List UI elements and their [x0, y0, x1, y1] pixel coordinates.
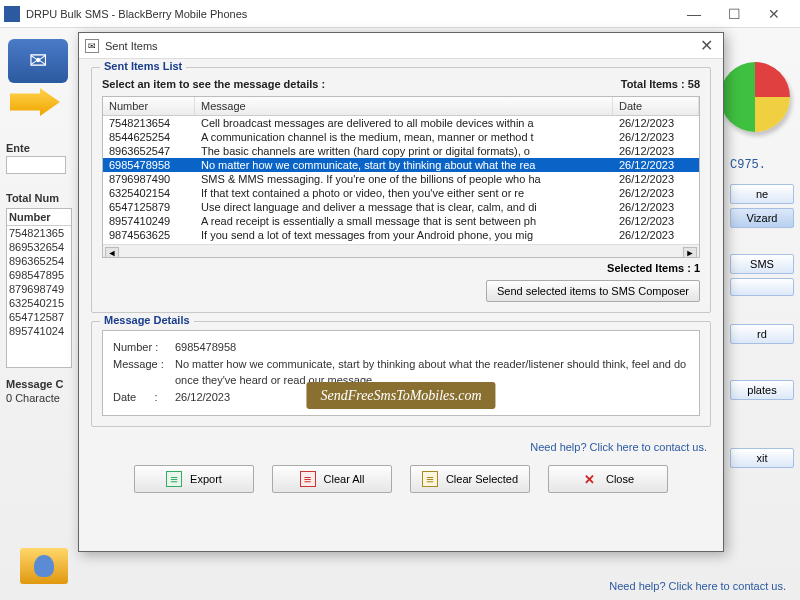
sms-button[interactable]: SMS — [730, 254, 794, 274]
cell-date: 26/12/2023 — [613, 116, 699, 130]
code-text: C975. — [730, 158, 794, 172]
sent-items-dialog: ✉ Sent Items ✕ Sent Items List Select an… — [78, 32, 724, 552]
char-count-label: 0 Characte — [6, 392, 72, 404]
clear-selected-icon: ≡ — [422, 471, 438, 487]
col-date[interactable]: Date — [613, 97, 699, 115]
clear-all-button[interactable]: ≡ Clear All — [272, 465, 392, 493]
xit-button[interactable]: xit — [730, 448, 794, 468]
sent-items-list-group: Sent Items List Select an item to see th… — [91, 67, 711, 313]
items-table[interactable]: Number Message Date 7548213654Cell broad… — [102, 96, 700, 258]
maximize-button[interactable]: ☐ — [720, 4, 748, 24]
cell-number: 8957410249 — [103, 214, 195, 228]
detail-number-value: 6985478958 — [175, 339, 236, 356]
cell-number: 9874563625 — [103, 228, 195, 242]
export-label: Export — [190, 473, 222, 485]
group-title: Sent Items List — [100, 60, 186, 72]
detail-number-key: Number : — [113, 339, 175, 356]
dropdown-button[interactable] — [730, 278, 794, 296]
dialog-icon: ✉ — [85, 39, 99, 53]
list-item[interactable]: 896365254 — [7, 254, 71, 268]
close-window-button[interactable]: ✕ — [760, 4, 788, 24]
watermark: SendFreeSmsToMobiles.com — [306, 382, 495, 409]
dialog-title: Sent Items — [105, 40, 695, 52]
rd-button[interactable]: rd — [730, 324, 794, 344]
list-item[interactable]: 895741024 — [7, 324, 71, 338]
message-c-label: Message C — [6, 378, 72, 390]
cell-number: 6985478958 — [103, 158, 195, 172]
plates-button[interactable]: plates — [730, 380, 794, 400]
table-row[interactable]: 7548213654Cell broadcast messages are de… — [103, 116, 699, 130]
cell-date: 26/12/2023 — [613, 130, 699, 144]
total-items-label: Total Items : 58 — [621, 78, 700, 90]
cell-message: Cell broadcast messages are delivered to… — [195, 116, 613, 130]
number-list[interactable]: Number 754821365 869532654 896365254 698… — [6, 208, 72, 368]
cell-date: 26/12/2023 — [613, 172, 699, 186]
enter-label: Ente — [6, 142, 72, 154]
scroll-left-icon[interactable]: ◄ — [105, 247, 119, 259]
col-number[interactable]: Number — [103, 97, 195, 115]
send-to-composer-button[interactable]: Send selected items to SMS Composer — [486, 280, 700, 302]
close-button[interactable]: ✕ Close — [548, 465, 668, 493]
mail-icon: ✉ — [8, 39, 68, 83]
cell-message: The basic channels are written (hard cop… — [195, 144, 613, 158]
cell-number: 6325402154 — [103, 186, 195, 200]
table-row[interactable]: 8963652547The basic channels are written… — [103, 144, 699, 158]
cell-message: A communication channel is the medium, m… — [195, 130, 613, 144]
list-item[interactable]: 654712587 — [7, 310, 71, 324]
dialog-footer: ≡ Export ≡ Clear All ≡ Clear Selected ✕ … — [91, 457, 711, 503]
main-titlebar: DRPU Bulk SMS - BlackBerry Mobile Phones… — [0, 0, 800, 28]
list-item[interactable]: 879698749 — [7, 282, 71, 296]
dialog-close-button[interactable]: ✕ — [695, 37, 717, 55]
help-link-main[interactable]: Need help? Click here to contact us. — [609, 580, 786, 592]
clear-all-label: Clear All — [324, 473, 365, 485]
cell-message: Use direct language and deliver a messag… — [195, 200, 613, 214]
horizontal-scrollbar[interactable]: ◄ ► — [103, 244, 699, 258]
list-item[interactable]: 754821365 — [7, 226, 71, 240]
cell-date: 26/12/2023 — [613, 200, 699, 214]
arrow-icon — [10, 88, 60, 116]
details-box: Number : 6985478958 Message : No matter … — [102, 330, 700, 416]
clear-selected-label: Clear Selected — [446, 473, 518, 485]
cell-number: 8963652547 — [103, 144, 195, 158]
left-panel: Ente Total Num Number 754821365 86953265… — [6, 134, 72, 570]
cell-date: 26/12/2023 — [613, 228, 699, 242]
list-item[interactable]: 632540215 — [7, 296, 71, 310]
cell-message: No matter how we communicate, start by t… — [195, 158, 613, 172]
instruction-text: Select an item to see the message detail… — [102, 78, 325, 90]
clear-selected-button[interactable]: ≡ Clear Selected — [410, 465, 530, 493]
enter-input[interactable] — [6, 156, 66, 174]
table-row[interactable]: 6325402154 If that text contained a phot… — [103, 186, 699, 200]
cell-date: 26/12/2023 — [613, 144, 699, 158]
export-button[interactable]: ≡ Export — [134, 465, 254, 493]
avatar-icon[interactable] — [20, 548, 68, 584]
window-title: DRPU Bulk SMS - BlackBerry Mobile Phones — [26, 8, 680, 20]
cell-date: 26/12/2023 — [613, 158, 699, 172]
cell-number: 6547125879 — [103, 200, 195, 214]
cell-number: 8796987490 — [103, 172, 195, 186]
list-item[interactable]: 869532654 — [7, 240, 71, 254]
cell-message: If that text contained a photo or video,… — [195, 186, 613, 200]
clear-all-icon: ≡ — [300, 471, 316, 487]
col-message[interactable]: Message — [195, 97, 613, 115]
table-row[interactable]: 8957410249A read receipt is essentially … — [103, 214, 699, 228]
table-row[interactable]: 8796987490SMS & MMS messaging. If you're… — [103, 172, 699, 186]
wizard-button[interactable]: Vizard — [730, 208, 794, 228]
help-link-dialog[interactable]: Need help? Click here to contact us. — [95, 441, 707, 453]
app-icon — [4, 6, 20, 22]
close-label: Close — [606, 473, 634, 485]
detail-date-key: Date : — [113, 389, 175, 406]
cell-date: 26/12/2023 — [613, 214, 699, 228]
list-item[interactable]: 698547895 — [7, 268, 71, 282]
dialog-titlebar: ✉ Sent Items ✕ — [79, 33, 723, 59]
number-list-header: Number — [7, 209, 71, 226]
ne-button[interactable]: ne — [730, 184, 794, 204]
detail-date-value: 26/12/2023 — [175, 389, 230, 406]
table-row[interactable]: 8544625254A communication channel is the… — [103, 130, 699, 144]
window-controls: — ☐ ✕ — [680, 4, 796, 24]
table-row[interactable]: 9874563625If you send a lot of text mess… — [103, 228, 699, 242]
table-row[interactable]: 6985478958No matter how we communicate, … — [103, 158, 699, 172]
scroll-right-icon[interactable]: ► — [683, 247, 697, 259]
table-row[interactable]: 6547125879Use direct language and delive… — [103, 200, 699, 214]
minimize-button[interactable]: — — [680, 4, 708, 24]
table-header: Number Message Date — [103, 97, 699, 116]
